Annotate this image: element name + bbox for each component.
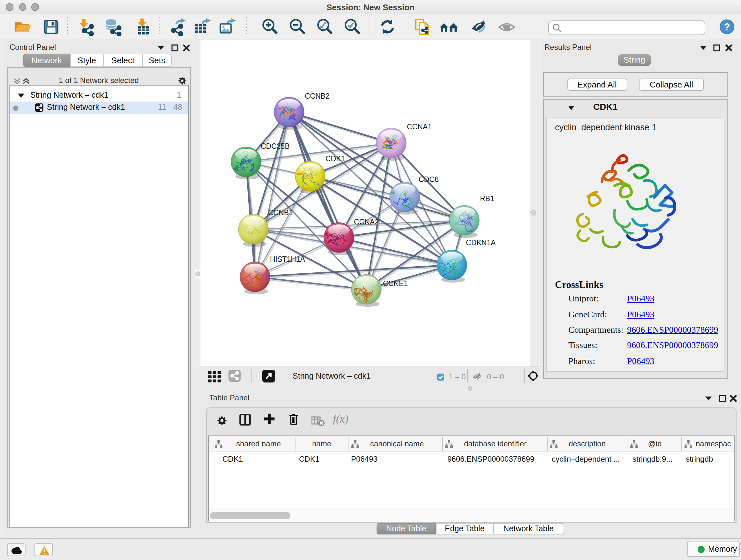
- svg-text:?: ?: [724, 21, 730, 32]
- svg-text:CDC25B: CDC25B: [261, 142, 290, 150]
- svg-text:CDKN1A: CDKN1A: [466, 239, 496, 247]
- svg-text:CDK1: CDK1: [326, 154, 345, 163]
- svg-text:CDC6: CDC6: [419, 175, 439, 184]
- svg-text:CCNB2: CCNB2: [305, 92, 330, 100]
- svg-text:HIST1H1A: HIST1H1A: [270, 255, 306, 263]
- svg-text:CCNA1: CCNA1: [407, 123, 432, 131]
- svg-text:CCNB1: CCNB1: [268, 208, 293, 217]
- svg-text:CCNE1: CCNE1: [383, 279, 408, 288]
- svg-text:CCNA2: CCNA2: [354, 218, 379, 226]
- svg-text:RB1: RB1: [480, 194, 494, 203]
